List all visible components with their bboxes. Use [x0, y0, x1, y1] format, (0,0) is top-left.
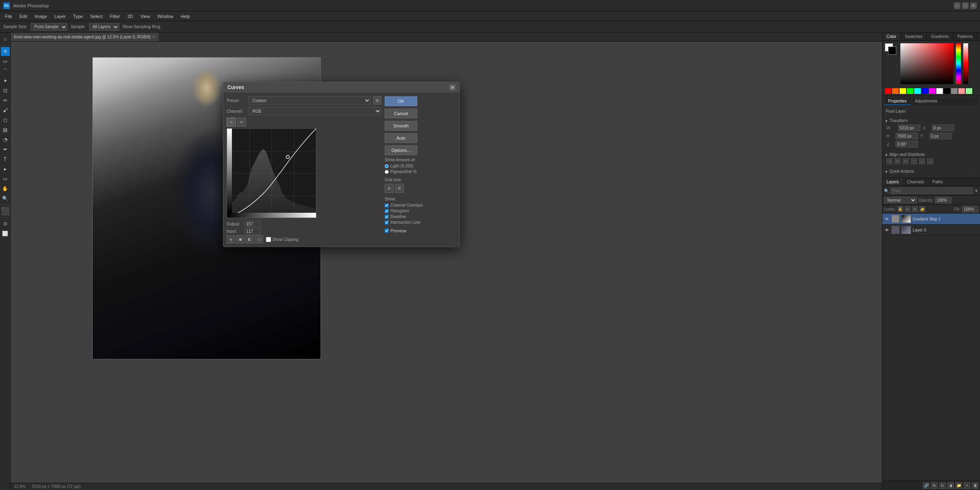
layer-group-button[interactable]: 📁 [956, 482, 962, 489]
dodge-tool[interactable]: ◔ [1, 135, 10, 144]
curves-smooth-button[interactable]: Smooth [385, 121, 417, 131]
canvas-area[interactable]: front-view-man-working-as-real-estate-ag… [11, 33, 882, 490]
tab-gradients[interactable]: Gradients [927, 33, 953, 40]
tab-layers[interactable]: Layers [882, 178, 903, 186]
intersection-line-checkbox[interactable] [385, 220, 389, 225]
sample-select[interactable]: All Layers [89, 23, 119, 31]
eyedropper-tool[interactable]: ✏ [1, 96, 10, 105]
layer-eye-gradient-map[interactable]: 👁 [884, 216, 890, 222]
tab-color[interactable]: Color [882, 33, 901, 40]
close-button[interactable]: ✕ [970, 2, 977, 9]
menu-type[interactable]: Type [70, 13, 86, 20]
menu-file[interactable]: File [2, 13, 16, 20]
sample-size-select[interactable]: Point Sample [31, 23, 67, 31]
layer-eye-layer0[interactable]: 👁 [884, 227, 890, 233]
curves-curve-tool[interactable]: ∿ [227, 118, 236, 127]
lock-all-button[interactable]: 🔐 [920, 206, 925, 212]
blend-mode-select[interactable]: Normal [884, 197, 917, 203]
curves-close-button[interactable]: ✕ [450, 85, 455, 90]
fill-input[interactable] [962, 206, 978, 212]
tab-swatches[interactable]: Swatches [901, 33, 927, 40]
curves-gear-button[interactable]: ⚙ [373, 96, 381, 105]
swatch-white[interactable] [936, 88, 943, 94]
layer-item-layer0[interactable]: 👁 Layer 0 [882, 225, 980, 236]
align-bottom-button[interactable]: ⊥ [927, 158, 933, 164]
tab-properties[interactable]: Properties [884, 98, 911, 105]
lock-artboard-button[interactable]: ⊞ [912, 206, 918, 212]
grid-small-button[interactable]: ⊞ [385, 184, 394, 193]
output-input[interactable] [245, 220, 261, 227]
transform-header[interactable]: ▸ Transform [884, 118, 978, 124]
eraser-tool[interactable]: ◻ [1, 116, 10, 125]
menu-layer[interactable]: Layer [51, 13, 69, 20]
menu-filter[interactable]: Filter [107, 13, 123, 20]
quick-actions-header[interactable]: ▸ Quick Actions ... [884, 168, 978, 174]
curves-options-button[interactable]: Options... [385, 145, 417, 155]
fg-color-swatch[interactable] [888, 47, 896, 55]
y-input[interactable] [929, 133, 952, 139]
swatch-magenta[interactable] [929, 88, 935, 94]
grid-large-button[interactable]: ⊠ [395, 184, 404, 193]
shape-tool[interactable]: ▭ [1, 174, 10, 183]
home-tool[interactable]: ⌂ [1, 34, 10, 43]
pixel-layer-header[interactable]: Pixel Layer [884, 108, 978, 114]
color-spectrum-strip[interactable] [963, 43, 968, 84]
w-input[interactable] [898, 125, 920, 131]
opacity-input[interactable] [935, 197, 951, 203]
swatch-blue[interactable] [922, 88, 928, 94]
document-tab[interactable]: front-view-man-working-as-real-estate-ag… [11, 33, 159, 41]
layer-delete-button[interactable]: 🗑 [972, 482, 978, 489]
swatch-cyan[interactable] [914, 88, 921, 94]
align-top-button[interactable]: ⊤ [911, 158, 917, 164]
maximize-button[interactable]: □ [962, 2, 969, 9]
preset-select[interactable]: Custom [249, 96, 371, 105]
swatch-green[interactable] [907, 88, 913, 94]
light-radio[interactable] [385, 164, 389, 168]
foreground-bg-colors[interactable]: ⬛ [1, 207, 10, 216]
histogram-checkbox[interactable] [385, 209, 389, 213]
curves-graph[interactable] [227, 128, 316, 218]
color-gradient[interactable] [900, 43, 953, 84]
align-distribute-header[interactable]: ▸ Align and Distribute [884, 151, 978, 158]
curves-cancel-button[interactable]: Cancel [385, 109, 417, 118]
swatch-pink[interactable] [958, 88, 965, 94]
minimize-button[interactable]: ─ [954, 2, 960, 9]
layer-mask-button[interactable]: ⊙ [939, 482, 946, 489]
lock-pixels-button[interactable]: 🔒 [898, 206, 903, 212]
eyedropper-white[interactable]: ◻ [255, 235, 263, 243]
show-clipping-checkbox[interactable] [266, 237, 271, 242]
path-selection-tool[interactable]: ▸ [1, 165, 10, 174]
layer-effects-button[interactable]: fx [931, 482, 938, 489]
quick-mask-tool[interactable]: ⊙ [1, 219, 10, 228]
brush-tool[interactable]: 🖌 [1, 106, 10, 115]
menu-select[interactable]: Select [87, 13, 106, 20]
marquee-tool[interactable]: ▭ [1, 57, 10, 66]
menu-3d[interactable]: 3D [124, 13, 136, 20]
move-tool[interactable]: ✣ [1, 47, 10, 56]
eyedropper-black[interactable]: ◼ [236, 235, 244, 243]
align-center-h-button[interactable]: ⊢ [895, 158, 900, 164]
layer-new-button[interactable]: + [964, 482, 970, 489]
align-center-v-button[interactable]: ⊥ [919, 158, 925, 164]
input-input[interactable] [245, 228, 261, 234]
type-tool[interactable]: T [1, 155, 10, 164]
swatch-black[interactable] [944, 88, 950, 94]
menu-help[interactable]: Help [178, 13, 194, 20]
menu-image[interactable]: Image [31, 13, 51, 20]
swatch-yellow[interactable] [900, 88, 906, 94]
lock-move-button[interactable]: ✣ [905, 206, 911, 212]
auto-shadow-eyedropper[interactable]: 🖱 [227, 235, 235, 243]
preview-checkbox[interactable] [385, 229, 389, 233]
tab-channels[interactable]: Channels [903, 178, 928, 186]
menu-window[interactable]: Window [154, 13, 176, 20]
pen-tool[interactable]: ✒ [1, 145, 10, 154]
menu-edit[interactable]: Edit [16, 13, 31, 20]
pigment-radio[interactable] [385, 170, 389, 174]
align-right-button[interactable]: ⊢ [903, 158, 909, 164]
gradient-tool[interactable]: ▤ [1, 125, 10, 134]
channel-overlays-checkbox[interactable] [385, 203, 389, 207]
screen-mode[interactable]: ⬜ [1, 229, 10, 238]
curves-pencil-tool[interactable]: ✏ [237, 118, 246, 127]
hand-tool[interactable]: ✋ [1, 184, 10, 193]
curves-auto-button[interactable]: Auto [385, 133, 417, 143]
